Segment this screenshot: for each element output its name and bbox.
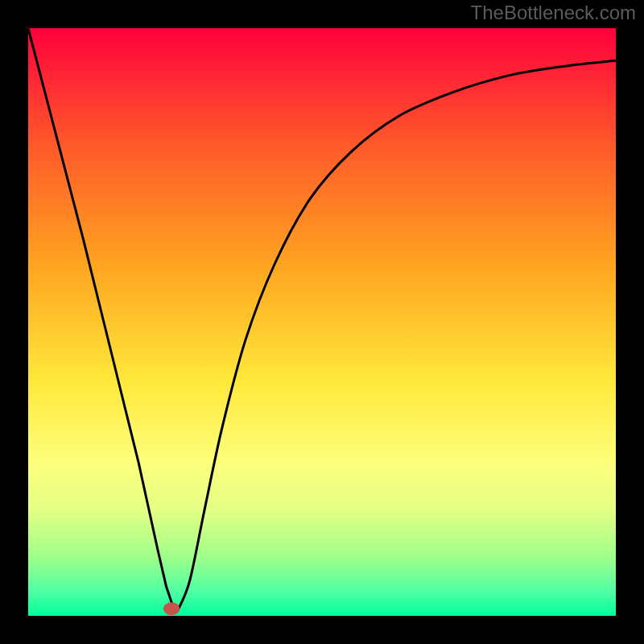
watermark-text: TheBottleneck.com xyxy=(471,2,636,24)
chart-frame: TheBottleneck.com xyxy=(0,0,644,644)
plot-area xyxy=(28,28,616,616)
gradient-background xyxy=(28,28,616,616)
min-point-marker xyxy=(163,602,180,615)
chart-svg xyxy=(28,28,616,616)
